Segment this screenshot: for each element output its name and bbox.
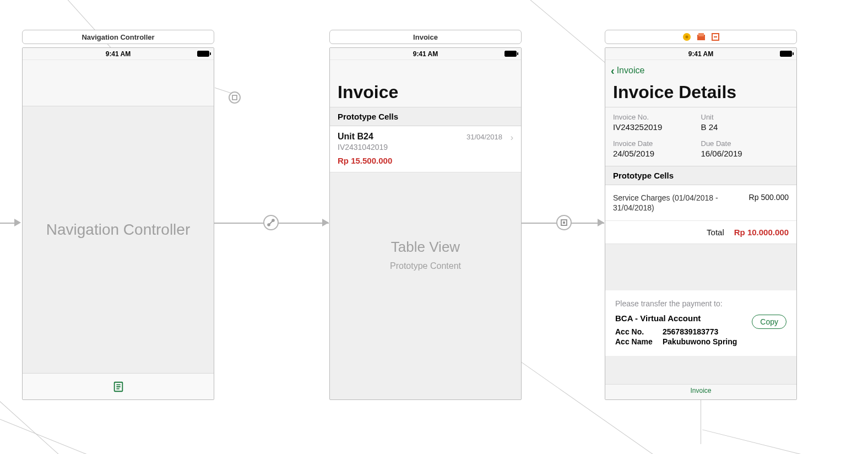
field-label: Invoice No. <box>613 113 701 121</box>
aux-connector-diag <box>702 429 820 454</box>
large-title-bar: Invoice <box>330 60 521 107</box>
cell-invoice-id: IV2431042019 <box>338 143 513 152</box>
svg-rect-7 <box>232 95 237 100</box>
tab-bar[interactable]: Invoice <box>605 384 796 399</box>
charge-description: Service Charges (01/04/2018 - 31/04/2018… <box>613 193 722 213</box>
field-unit: Unit B 24 <box>701 113 789 132</box>
localization-warning-icon <box>711 33 720 41</box>
field-value: 24/05/2019 <box>613 149 701 158</box>
payment-section: Please transfer the payment to: BCA - Vi… <box>605 290 796 356</box>
account-name-label: Acc Name <box>615 337 663 346</box>
field-value: 16/06/2019 <box>701 149 789 158</box>
table-view-placeholder-sub: Prototype Content <box>330 261 521 271</box>
entry-segue-arrowhead <box>14 219 21 226</box>
scene3-label[interactable] <box>605 30 797 44</box>
field-invoice-date: Invoice Date 24/05/2019 <box>613 139 701 158</box>
field-due-date: Due Date 16/06/2019 <box>701 139 789 158</box>
prototype-cells-header: Prototype Cells <box>605 166 796 185</box>
account-name-row: Acc Name Pakubuwono Spring <box>615 337 786 346</box>
total-row: Total Rp 10.000.000 <box>605 220 796 244</box>
total-amount: Rp 10.000.000 <box>734 228 789 237</box>
svg-line-4 <box>268 220 274 225</box>
charge-amount: Rp 500.000 <box>722 193 789 213</box>
cell-amount: Rp 15.500.000 <box>338 156 513 165</box>
scene3-invoice-details[interactable]: 9:41 AM ‹ Invoice Invoice Details Invoic… <box>605 47 797 400</box>
account-name-value: Pakubuwono Spring <box>663 337 737 346</box>
field-label: Unit <box>701 113 789 121</box>
prototype-cells-header: Prototype Cells <box>330 107 521 126</box>
status-bar: 9:41 AM <box>605 48 796 60</box>
spacer <box>605 244 796 290</box>
charge-cell[interactable]: Service Charges (01/04/2018 - 31/04/2018… <box>605 185 796 220</box>
scene2-label[interactable]: Invoice <box>329 30 522 44</box>
table-view-placeholder: Table View Prototype Content <box>330 172 521 271</box>
total-label: Total <box>613 228 734 237</box>
svg-point-11 <box>685 36 688 39</box>
storyboard-entry-icon <box>112 381 124 393</box>
page-title: Invoice Details <box>613 82 789 102</box>
cell-date: 31/04/2018 <box>466 133 502 141</box>
field-value: B 24 <box>701 122 789 132</box>
segue-2-3-arrowhead <box>598 219 604 226</box>
copy-button[interactable]: Copy <box>752 315 786 329</box>
chevron-left-icon: ‹ <box>611 64 615 77</box>
field-label: Invoice Date <box>613 139 701 148</box>
nav-back-label: Invoice <box>617 66 645 75</box>
battery-icon <box>780 51 792 57</box>
aux-segue-icon <box>229 91 241 104</box>
field-invoice-no: Invoice No. IV243252019 <box>613 113 701 132</box>
scene2-label-text: Invoice <box>413 33 438 41</box>
nav-controller-placeholder-text: Navigation Controller <box>46 221 190 239</box>
nav-controller-body: Navigation Controller <box>23 48 214 399</box>
svg-rect-13 <box>698 33 704 36</box>
invoice-cell[interactable]: Unit B24 IV2431042019 Rp 15.500.000 31/0… <box>330 126 521 172</box>
aux-connector-down <box>701 400 701 444</box>
page-title: Invoice <box>338 82 513 102</box>
account-no-label: Acc No. <box>615 327 663 336</box>
storyboard-canvas[interactable]: Navigation Controller 9:41 AM Navigation… <box>0 0 868 454</box>
field-value: IV243252019 <box>613 122 701 132</box>
tab-invoice-label: Invoice <box>690 387 711 394</box>
status-bar: 9:41 AM <box>330 48 521 60</box>
field-label: Due Date <box>701 139 789 148</box>
segue-1-2-relationship-icon[interactable] <box>263 215 279 230</box>
toolbar <box>23 373 214 399</box>
payment-instruction-text: Please transfer the payment to: <box>615 299 786 308</box>
battery-icon <box>504 51 517 57</box>
chevron-right-icon: › <box>511 133 513 143</box>
invoice-meta-grid: Invoice No. IV243252019 Unit B 24 Invoic… <box>605 107 796 166</box>
scene1-navigation-controller[interactable]: 9:41 AM Navigation Controller <box>22 47 214 400</box>
scene1-label-text: Navigation Controller <box>82 33 154 41</box>
scene1-label[interactable]: Navigation Controller <box>22 30 214 44</box>
status-time: 9:41 AM <box>413 50 438 58</box>
large-title-bar: Invoice Details <box>605 81 796 107</box>
table-view-placeholder-title: Table View <box>330 239 521 256</box>
scene2-invoice[interactable]: 9:41 AM Invoice Prototype Cells Unit B24… <box>329 47 522 400</box>
entry-segue-line <box>0 223 14 224</box>
segue-1-2-arrowhead <box>322 219 329 226</box>
account-no-value: 2567839183773 <box>663 327 718 336</box>
segue-2-3-show-icon[interactable] <box>556 215 572 230</box>
status-time: 9:41 AM <box>688 50 714 58</box>
misplaced-view-icon <box>697 33 706 41</box>
svg-rect-9 <box>563 221 565 224</box>
constraint-warning-icon <box>682 33 691 41</box>
nav-back-button[interactable]: ‹ Invoice <box>605 60 796 81</box>
